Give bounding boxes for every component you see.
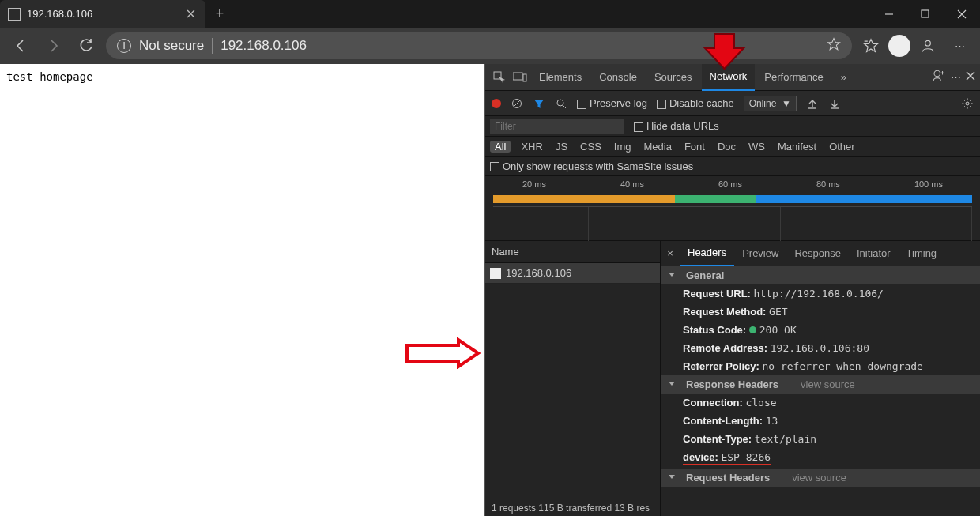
new-tab-button[interactable]: +: [205, 0, 234, 28]
throttling-value: Online: [749, 98, 777, 109]
svg-point-8: [966, 102, 969, 105]
url-text: 192.168.0.106: [220, 38, 307, 54]
network-timeline[interactable]: 20 ms 40 ms 60 ms 80 ms 100 ms: [485, 176, 980, 241]
record-button[interactable]: [492, 99, 501, 108]
filter-input[interactable]: [490, 119, 624, 134]
section-response-headers-title: Response Headers: [686, 379, 778, 390]
window-close-button[interactable]: [944, 0, 980, 28]
kv-row: Content-Length: 13: [661, 412, 980, 430]
disable-cache-checkbox[interactable]: Disable cache: [657, 97, 734, 109]
status-dot-icon: [749, 326, 756, 333]
tab-console[interactable]: Console: [591, 64, 645, 91]
request-detail-panel: × Headers Preview Response Initiator Tim…: [661, 241, 980, 516]
devtools-more-icon[interactable]: ⋯: [951, 71, 961, 83]
type-filter-manifest[interactable]: Manifest: [775, 141, 819, 153]
request-row[interactable]: 192.168.0.106: [485, 263, 660, 284]
filter-icon[interactable]: [533, 97, 545, 110]
kv-row: Request URL: http://192.168.0.106/: [661, 284, 980, 303]
device-toggle-icon[interactable]: [511, 72, 530, 83]
inspect-element-icon[interactable]: [490, 71, 509, 84]
only-samesite-row[interactable]: Only show requests with SameSite issues: [485, 157, 980, 176]
timeline-tick: 40 ms: [620, 179, 644, 190]
devtools-close-icon[interactable]: [966, 71, 975, 83]
kv-row: Request Method: GET: [661, 303, 980, 321]
close-tab-icon[interactable]: [187, 9, 198, 20]
reload-button[interactable]: [73, 32, 101, 60]
tab-performance[interactable]: Performance: [756, 64, 831, 91]
kv-row: Status Code: 200 OK: [661, 321, 980, 339]
section-general-title: General: [686, 269, 724, 281]
kv-row: Content-Type: text/plain: [661, 430, 980, 448]
detail-tab-timing[interactable]: Timing: [899, 241, 945, 266]
detail-tabs: × Headers Preview Response Initiator Tim…: [661, 241, 980, 266]
kv-row-device: device: ESP-8266: [661, 448, 980, 469]
close-detail-icon[interactable]: ×: [661, 247, 680, 259]
people-button[interactable]: [914, 32, 942, 60]
throttling-select[interactable]: Online ▼: [744, 96, 797, 111]
request-list: Name 192.168.0.106 1 requests 115 B tran…: [485, 241, 661, 516]
type-filter-font[interactable]: Font: [682, 141, 707, 153]
svg-point-1: [925, 40, 931, 46]
more-button[interactable]: ⋯: [945, 32, 974, 60]
type-filter-all[interactable]: All: [490, 141, 511, 153]
view-source-link[interactable]: view source: [792, 472, 846, 484]
separator: [212, 38, 213, 54]
clear-button[interactable]: [511, 97, 523, 110]
favorites-button[interactable]: [857, 32, 885, 60]
profile-avatar[interactable]: [888, 35, 910, 57]
section-response-headers[interactable]: Response Headers view source: [661, 375, 980, 394]
search-icon[interactable]: [555, 97, 567, 110]
svg-point-7: [557, 100, 564, 106]
kv-row: Connection: close: [661, 394, 980, 412]
minimize-button[interactable]: [871, 0, 907, 28]
detail-scroll[interactable]: General Request URL: http://192.168.0.10…: [661, 266, 980, 516]
devtools-panel: Elements Console Sources Network Perform…: [485, 64, 980, 516]
preserve-log-label: Preserve log: [590, 97, 647, 109]
kv-row: Remote Address: 192.168.0.106:80: [661, 339, 980, 357]
more-tabs-button[interactable]: »: [833, 64, 854, 91]
only-samesite-checkbox[interactable]: [490, 162, 499, 171]
maximize-button[interactable]: [907, 0, 944, 28]
feedback-icon[interactable]: [932, 69, 946, 85]
timeline-tick: 80 ms: [816, 179, 840, 190]
type-filter-js[interactable]: JS: [553, 141, 570, 153]
favorite-star-icon[interactable]: [827, 37, 841, 55]
download-har-icon[interactable]: [828, 97, 841, 110]
type-filter-media[interactable]: Media: [641, 141, 673, 153]
settings-icon[interactable]: [961, 97, 974, 110]
page-body-text: test homepage: [6, 70, 93, 83]
preserve-log-checkbox[interactable]: Preserve log: [577, 97, 647, 109]
detail-tab-preview[interactable]: Preview: [734, 241, 786, 266]
site-info-icon[interactable]: i: [117, 39, 131, 53]
section-request-headers[interactable]: Request Headers view source: [661, 469, 980, 487]
address-bar: i Not secure 192.168.0.106 ⋯: [0, 28, 980, 64]
back-button[interactable]: [6, 32, 35, 60]
type-filter-ws[interactable]: WS: [746, 141, 767, 153]
hide-data-urls-checkbox[interactable]: Hide data URLs: [634, 120, 719, 132]
type-filter-img[interactable]: Img: [612, 141, 634, 153]
detail-tab-initiator[interactable]: Initiator: [849, 241, 899, 266]
upload-har-icon[interactable]: [806, 97, 819, 110]
type-filter-doc[interactable]: Doc: [715, 141, 738, 153]
forward-button[interactable]: [40, 32, 68, 60]
browser-tab[interactable]: 192.168.0.106: [0, 0, 205, 28]
tab-sources[interactable]: Sources: [646, 64, 700, 91]
request-list-header[interactable]: Name: [485, 241, 660, 263]
timeline-tick: 100 ms: [914, 179, 943, 190]
page-icon: [8, 8, 21, 21]
section-general[interactable]: General: [661, 266, 980, 284]
type-filter-xhr[interactable]: XHR: [518, 141, 545, 153]
timeline-tick: 20 ms: [522, 179, 546, 190]
detail-tab-response[interactable]: Response: [786, 241, 849, 266]
not-secure-label: Not secure: [139, 38, 204, 54]
timeline-overview-bar: [493, 195, 972, 203]
svg-rect-4: [523, 74, 526, 81]
tab-elements[interactable]: Elements: [531, 64, 590, 91]
view-source-link[interactable]: view source: [801, 379, 855, 390]
type-filter-css[interactable]: CSS: [578, 141, 604, 153]
type-filter-other[interactable]: Other: [827, 141, 858, 153]
window-controls: [871, 0, 980, 28]
browser-titlebar: 192.168.0.106 +: [0, 0, 980, 28]
request-name: 192.168.0.106: [506, 267, 571, 279]
detail-tab-headers[interactable]: Headers: [680, 241, 734, 266]
